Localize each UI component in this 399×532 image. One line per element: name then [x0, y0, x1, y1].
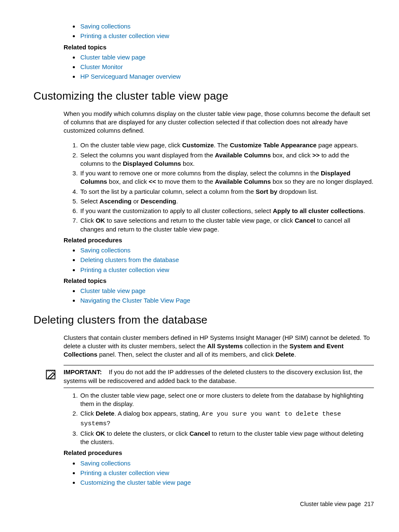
list-item: Printing a cluster collection view	[79, 32, 374, 40]
footer-text: Cluster table view page	[300, 501, 361, 507]
important-note: IMPORTANT: If you do not add the IP addr…	[64, 365, 374, 388]
link-saving-collections[interactable]: Saving collections	[80, 460, 130, 467]
top-section: Saving collections Printing a cluster co…	[64, 22, 374, 81]
important-icon	[45, 368, 58, 380]
list-item: Deleting clusters from the database	[79, 256, 374, 264]
link-printing-cluster-collection-view[interactable]: Printing a cluster collection view	[80, 266, 169, 273]
link-cluster-table-view-page[interactable]: Cluster table view page	[80, 287, 146, 294]
step-1: On the cluster table view page, select o…	[79, 391, 374, 409]
list-item: Cluster table view page	[79, 53, 374, 62]
list-item: Saving collections	[79, 459, 374, 468]
list-item: Cluster Monitor	[79, 63, 374, 71]
heading-customizing: Customizing the cluster table view page	[33, 89, 374, 103]
sec2-body-cont: On the cluster table view page, select o…	[64, 391, 374, 487]
step-4: To sort the list by a particular column,…	[79, 188, 374, 196]
list-item: Navigating the Cluster Table View Page	[79, 296, 374, 305]
link-deleting-clusters[interactable]: Deleting clusters from the database	[80, 256, 179, 263]
step-3: Click OK to delete the clusters, or clic…	[79, 429, 374, 447]
link-printing-cluster-collection-view[interactable]: Printing a cluster collection view	[80, 32, 169, 39]
step-2: Click Delete. A dialog box appears, stat…	[79, 409, 374, 428]
sec1-proc-list: Saving collections Deleting clusters fro…	[64, 246, 374, 274]
step-1: On the cluster table view page, click Cu…	[79, 141, 374, 149]
list-item: Saving collections	[79, 246, 374, 254]
sec1-topic-list: Cluster table view page Navigating the C…	[64, 287, 374, 305]
link-cluster-table-view-page[interactable]: Cluster table view page	[80, 54, 146, 61]
related-topics-heading: Related topics	[64, 277, 374, 285]
list-item: Customizing the cluster table view page	[79, 478, 374, 487]
step-6: If you want the customization to apply t…	[79, 207, 374, 215]
step-2: Select the columns you want displayed fr…	[79, 151, 374, 168]
note-text: IMPORTANT: If you do not add the IP addr…	[64, 368, 374, 385]
related-procedures-heading: Related procedures	[64, 236, 374, 244]
top-link-list-1: Saving collections Printing a cluster co…	[64, 22, 374, 41]
link-navigating-cluster-table-view-page[interactable]: Navigating the Cluster Table View Page	[80, 297, 190, 304]
list-item: Cluster table view page	[79, 287, 374, 295]
related-topics-heading: Related topics	[64, 43, 374, 51]
list-item: Printing a cluster collection view	[79, 266, 374, 274]
step-7: Click OK to save selections and return t…	[79, 216, 374, 234]
sec1-steps: On the cluster table view page, click Cu…	[64, 141, 374, 234]
top-link-list-2: Cluster table view page Cluster Monitor …	[64, 53, 374, 81]
link-customizing-cluster-table-view-page[interactable]: Customizing the cluster table view page	[80, 479, 191, 486]
page-footer: Cluster table view page 217	[33, 500, 374, 508]
sec2-proc-list: Saving collections Printing a cluster co…	[64, 459, 374, 487]
link-saving-collections[interactable]: Saving collections	[80, 23, 130, 30]
step-3: If you want to remove one or more column…	[79, 169, 374, 186]
page-number: 217	[364, 501, 374, 507]
list-item: HP Serviceguard Manager overview	[79, 72, 374, 81]
sec1-intro: When you modify which columns display on…	[64, 110, 374, 135]
link-printing-cluster-collection-view[interactable]: Printing a cluster collection view	[80, 469, 169, 476]
sec2-steps: On the cluster table view page, select o…	[64, 391, 374, 447]
sec2-intro: Clusters that contain cluster members de…	[64, 334, 374, 359]
sec1-body: When you modify which columns display on…	[64, 110, 374, 305]
heading-deleting: Deleting clusters from the database	[33, 313, 374, 327]
link-cluster-monitor[interactable]: Cluster Monitor	[80, 63, 123, 70]
step-5: Select Ascending or Descending.	[79, 197, 374, 206]
link-hp-serviceguard-manager-overview[interactable]: HP Serviceguard Manager overview	[80, 73, 181, 80]
list-item: Printing a cluster collection view	[79, 469, 374, 477]
related-procedures-heading: Related procedures	[64, 449, 374, 457]
link-saving-collections[interactable]: Saving collections	[80, 247, 130, 254]
sec2-body: Clusters that contain cluster members de…	[64, 334, 374, 359]
list-item: Saving collections	[79, 22, 374, 31]
